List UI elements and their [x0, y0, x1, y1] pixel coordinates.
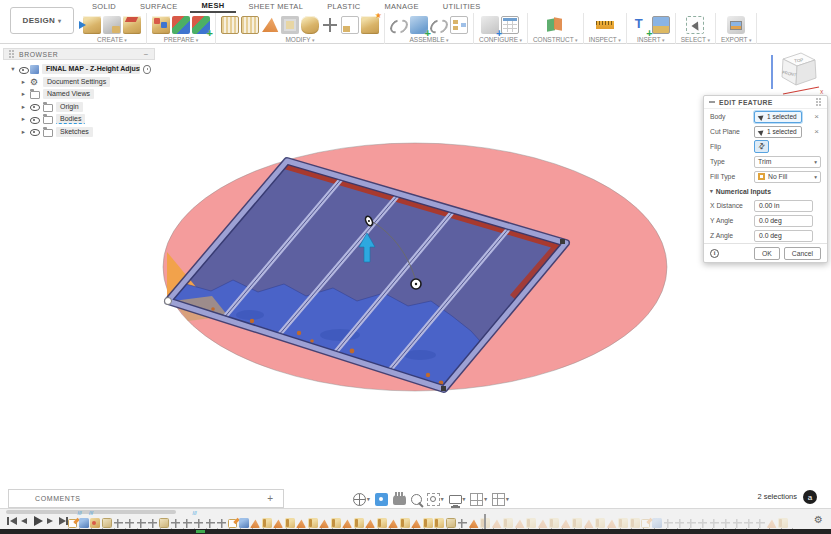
joint-icon[interactable] [390, 16, 408, 34]
timeline-feature-icon[interactable] [561, 518, 571, 528]
timeline-feature-icon[interactable] [262, 518, 272, 528]
generate-face-groups-icon[interactable] [152, 16, 170, 34]
fill-type-dropdown[interactable]: No Fill ▾ [754, 171, 821, 183]
timeline-feature-icon[interactable] [273, 518, 283, 528]
ribbon-tab[interactable]: SURFACE [128, 0, 190, 13]
remesh-icon[interactable] [192, 16, 210, 34]
paint-mesh-icon[interactable] [261, 16, 279, 34]
type-dropdown[interactable]: Trim ▾ [754, 156, 821, 168]
assistant-icon[interactable]: a [803, 490, 817, 504]
tree-item[interactable]: ▾ FINAL MAP - Z-Height Adjustec... [3, 63, 155, 76]
timeline-feature-icon[interactable] [641, 519, 650, 528]
ribbon-tab[interactable]: PLASTIC [315, 0, 372, 13]
timeline-feature-icon[interactable] [698, 518, 708, 528]
y-angle-input[interactable]: 0.0 deg [754, 215, 813, 227]
plane-cut-icon[interactable] [341, 16, 359, 34]
dialog-header[interactable]: EDIT FEATURE [704, 96, 827, 109]
group-inspect-label[interactable]: INSPECT [589, 36, 621, 43]
chevron-icon[interactable]: ▸ [20, 78, 27, 86]
group-select-label[interactable]: SELECT [681, 36, 710, 43]
timeline-feature-icon[interactable] [630, 518, 640, 528]
timeline-feature-icon[interactable] [607, 518, 617, 528]
chevron-icon[interactable]: ▸ [20, 103, 27, 111]
clear-cut-plane-selection-button[interactable]: × [812, 127, 821, 136]
component-list-icon[interactable] [450, 16, 468, 34]
timeline-feature-icon[interactable] [125, 518, 135, 528]
nav-tool[interactable] [392, 492, 407, 506]
timeline-feature-icon[interactable] [767, 518, 777, 528]
eye-visibility-icon[interactable] [19, 65, 27, 74]
merge-bodies-icon[interactable] [301, 16, 319, 34]
ribbon-tab[interactable]: MESH [190, 0, 237, 13]
timeline-feature-icon[interactable] [515, 518, 525, 528]
timeline-feature-icon[interactable] [171, 518, 181, 528]
as-built-joint-icon[interactable] [430, 16, 448, 34]
erase-and-fill-alt-icon[interactable] [241, 16, 259, 34]
tree-item[interactable]: ▸ Named Views [3, 88, 155, 101]
ribbon-tab[interactable]: SOLID [80, 0, 128, 13]
collapse-icon[interactable] [709, 101, 715, 103]
tree-item-label[interactable]: Origin [56, 102, 83, 112]
ribbon-tab[interactable]: MANAGE [373, 0, 431, 13]
group-construct-label[interactable]: CONSTRUCT [533, 36, 578, 43]
step-back-button[interactable] [19, 515, 30, 527]
tree-item[interactable]: ▸ Document Settings [3, 76, 155, 89]
timeline-feature-icon[interactable] [755, 518, 765, 528]
x-distance-input[interactable]: 0.00 in [754, 200, 813, 212]
timeline-feature-icon[interactable] [652, 518, 662, 528]
nav-tool[interactable] [469, 492, 488, 507]
timeline-settings-gear-icon[interactable]: ⚙ [814, 514, 823, 525]
create-mesh-section-sketch-icon[interactable] [123, 16, 141, 34]
reduce-icon[interactable] [361, 16, 379, 34]
timeline-feature-icon[interactable] [194, 518, 204, 528]
timeline-feature-icon[interactable] [250, 518, 260, 528]
timeline-feature-icon[interactable] [228, 519, 237, 528]
eye-visibility-icon[interactable] [30, 115, 40, 124]
group-modify-label[interactable]: MODIFY [285, 36, 314, 43]
repair-icon[interactable] [172, 16, 190, 34]
numerical-inputs-section[interactable]: ▾ Numerical Inputs [704, 184, 827, 198]
workspace-switcher[interactable]: DESIGN ▾ [10, 7, 74, 34]
chevron-icon[interactable]: ▸ [20, 115, 27, 123]
tree-item-label[interactable]: Bodies [56, 114, 85, 124]
info-icon[interactable]: i [710, 249, 719, 258]
timeline-feature-icon[interactable] [365, 518, 375, 528]
timeline-feature-icon[interactable] [296, 518, 306, 528]
nav-tool[interactable] [448, 493, 467, 505]
configuration-table-icon[interactable] [501, 16, 519, 34]
timeline-feature-icon[interactable] [159, 518, 169, 528]
clear-body-selection-button[interactable]: × [812, 112, 821, 121]
configuration-icon[interactable] [481, 16, 499, 34]
new-component-icon[interactable] [410, 16, 428, 34]
timeline-feature-icon[interactable] [721, 518, 731, 528]
go-to-start-button[interactable] [6, 515, 17, 527]
insert-mesh-icon[interactable] [83, 16, 101, 34]
cancel-button[interactable]: Cancel [784, 247, 821, 260]
chevron-icon[interactable]: ▸ [20, 128, 27, 136]
timeline-feature-icon[interactable] [469, 518, 479, 528]
chevron-down-icon[interactable] [484, 496, 487, 502]
play-button[interactable] [32, 515, 43, 527]
cut-plane-selection-chip[interactable]: 1 selected [754, 126, 802, 138]
timeline-feature-icon[interactable] [400, 518, 410, 528]
timeline-feature-icon[interactable] [584, 518, 594, 528]
timeline-feature-icon[interactable] [354, 518, 364, 528]
tree-item-label[interactable]: Named Views [43, 89, 94, 99]
timeline-feature-icon[interactable] [675, 518, 685, 528]
tree-item[interactable]: ▸ Origin [3, 101, 155, 114]
timeline-feature-icon[interactable] [342, 518, 352, 528]
timeline-feature-icon[interactable] [778, 518, 788, 528]
nav-tool[interactable] [410, 493, 423, 506]
construction-plane-icon[interactable] [546, 16, 564, 34]
timeline-feature-icon[interactable] [618, 518, 628, 528]
nav-tool[interactable] [374, 492, 389, 507]
timeline-feature-icon[interactable] [538, 518, 548, 528]
z-angle-input[interactable]: 0.0 deg [754, 230, 813, 242]
tree-item-label[interactable]: Sketches [56, 127, 93, 137]
timeline-feature-icon[interactable] [446, 518, 456, 528]
browser-header[interactable]: BROWSER − [3, 48, 155, 60]
timeline-feature-icon[interactable] [663, 518, 673, 528]
insert-derive-icon[interactable] [632, 16, 650, 34]
chevron-down-icon[interactable] [367, 496, 370, 502]
timeline-feature-icon[interactable] [423, 518, 433, 528]
